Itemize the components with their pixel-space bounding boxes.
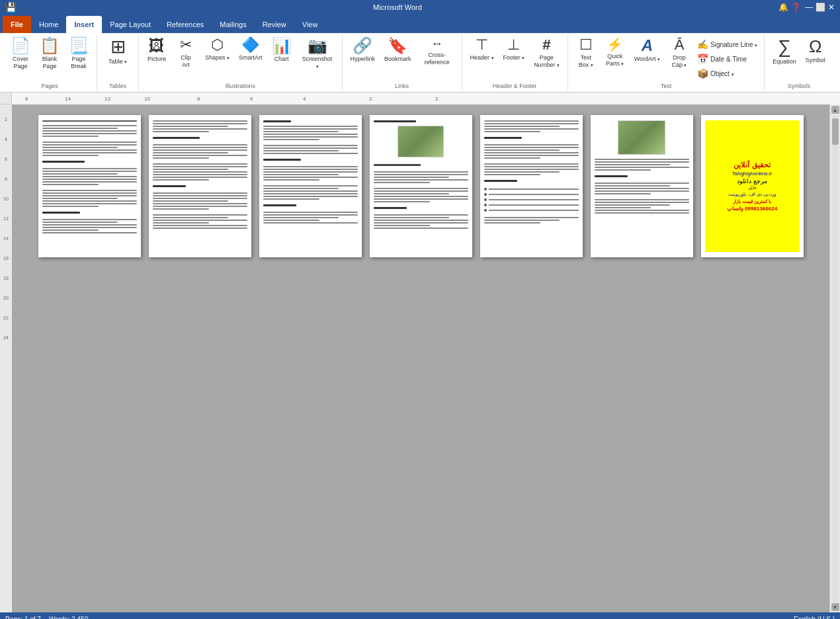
- page-number-button[interactable]: # PageNumber ▾: [530, 36, 564, 79]
- chart-button[interactable]: 📊 Chart: [268, 36, 296, 79]
- page-break-icon: 📃: [69, 38, 89, 54]
- status-page: Page: 1 of 7: [5, 616, 41, 620]
- date-time-button[interactable]: 📅 Date & Time: [694, 52, 760, 65]
- status-bar: Page: 1 of 7 Words: 2,450 English (U.S.): [0, 612, 840, 619]
- tab-mailings[interactable]: Mailings: [212, 16, 254, 33]
- ad-phone: 09981366624 واتساپ: [727, 206, 777, 212]
- tab-home[interactable]: Home: [31, 16, 66, 33]
- scroll-up-button[interactable]: ▲: [831, 106, 839, 114]
- quick-parts-button[interactable]: ⚡ QuickParts ▾: [601, 36, 629, 79]
- page-thumb-4[interactable]: [370, 115, 472, 257]
- signature-line-icon: ✍: [697, 39, 708, 50]
- status-words: Words: 2,450: [49, 616, 88, 620]
- symbol-button[interactable]: Ω Symbol: [802, 36, 829, 79]
- screenshot-icon: 📷: [308, 38, 327, 54]
- svg-text:10: 10: [144, 96, 150, 102]
- status-language: English (U.S.): [794, 616, 835, 620]
- cross-reference-button[interactable]: ↔ Cross-reference: [417, 36, 458, 79]
- svg-text:8: 8: [25, 96, 28, 102]
- signature-line-button[interactable]: ✍ Signature Line ▾: [694, 38, 760, 51]
- text-small-buttons: ✍ Signature Line ▾ 📅 Date & Time 📦 Objec…: [694, 36, 760, 80]
- bookmark-button[interactable]: 🔖 Bookmark: [380, 36, 415, 79]
- picture-button[interactable]: 🖼 Picture: [143, 36, 171, 79]
- svg-text:12: 12: [105, 96, 110, 102]
- hyperlink-icon: 🔗: [353, 38, 372, 54]
- page2-content: [153, 120, 247, 229]
- wordart-button[interactable]: A WordArt ▾: [630, 36, 664, 79]
- equation-icon: ∑: [778, 38, 791, 56]
- top-ruler: 8 14 12 10 8 6 4 2 2: [12, 93, 840, 104]
- screenshot-button[interactable]: 📷 Screenshot ▾: [297, 36, 338, 79]
- ad-price: با کمترین قیمت بازار: [733, 199, 771, 204]
- document-canvas[interactable]: تحقیق آنلاین Tahghighonline.ir مرجع دانل…: [12, 104, 829, 612]
- links-items: 🔗 Hyperlink 🔖 Bookmark ↔ Cross-reference: [347, 36, 458, 81]
- chart-icon: 📊: [272, 38, 292, 54]
- svg-text:4: 4: [5, 137, 7, 142]
- equation-button[interactable]: ∑ Equation: [769, 36, 800, 79]
- hyperlink-button[interactable]: 🔗 Hyperlink: [347, 36, 380, 79]
- wordart-icon: A: [642, 38, 653, 54]
- page6-content: [595, 120, 689, 214]
- tab-view[interactable]: View: [294, 16, 326, 33]
- page4-content: [374, 120, 468, 229]
- ad-ref-title: مرجع دانلود: [737, 178, 767, 185]
- ribbon-tabs: File Home Insert Page Layout References …: [0, 15, 840, 33]
- svg-rect-0: [12, 93, 840, 104]
- header-icon: ⊤: [476, 38, 488, 52]
- vertical-ruler: 2 4 6 8 10 12 14 16 18 20 22 24: [0, 104, 12, 612]
- tab-page-layout[interactable]: Page Layout: [102, 16, 159, 33]
- text-box-icon: ☐: [579, 38, 593, 52]
- page-thumb-7[interactable]: تحقیق آنلاین Tahghighonline.ir مرجع دانل…: [701, 115, 804, 257]
- drop-cap-button[interactable]: Ā DropCap ▾: [665, 36, 693, 79]
- tab-insert[interactable]: Insert: [66, 16, 102, 33]
- page-thumb-2[interactable]: [149, 115, 251, 257]
- scroll-down-button[interactable]: ▼: [831, 603, 839, 611]
- page1-content: [42, 120, 137, 233]
- pages-items: 📄 CoverPage 📋 BlankPage 📃 PageBreak: [7, 36, 93, 81]
- page3-content: [263, 120, 358, 224]
- page-thumb-5[interactable]: [480, 115, 583, 257]
- page-break-button[interactable]: 📃 PageBreak: [65, 36, 93, 79]
- page-thumb-3[interactable]: [259, 115, 362, 257]
- footer-button[interactable]: ⊥ Footer ▾: [499, 36, 529, 79]
- blank-page-button[interactable]: 📋 BlankPage: [36, 36, 63, 79]
- svg-text:10: 10: [3, 196, 9, 201]
- svg-text:2: 2: [435, 96, 439, 102]
- blank-page-icon: 📋: [40, 38, 60, 54]
- shapes-button[interactable]: ⬡ Shapes ▾: [201, 36, 233, 79]
- title-bar-title: Microsoft Word: [19, 3, 776, 11]
- table-button[interactable]: ⊞ Table ▾: [101, 36, 134, 79]
- page-thumb-1[interactable]: [38, 115, 141, 257]
- object-button[interactable]: 📦 Object ▾: [694, 67, 760, 80]
- svg-text:18: 18: [3, 276, 9, 280]
- tab-file[interactable]: File: [3, 16, 31, 33]
- title-bar: 💾 Microsoft Word 🔔 ❓ — ⬜ ✕: [0, 0, 840, 15]
- svg-text:2: 2: [5, 117, 7, 122]
- header-button[interactable]: ⊤ Header ▾: [466, 36, 498, 79]
- ruler-corner: [0, 93, 12, 104]
- text-box-button[interactable]: ☐ TextBox ▾: [572, 36, 600, 79]
- shapes-icon: ⬡: [211, 38, 224, 52]
- smartart-button[interactable]: 🔷 SmartArt: [235, 36, 267, 79]
- header-footer-label: Header & Footer: [493, 81, 537, 89]
- symbols-items: ∑ Equation Ω Symbol: [769, 36, 829, 81]
- group-text: ☐ TextBox ▾ ⚡ QuickParts ▾ A WordArt ▾ Ā…: [568, 34, 765, 91]
- symbol-icon: Ω: [809, 38, 821, 55]
- group-illustrations: 🖼 Picture ✂ ClipArt ⬡ Shapes ▾ 🔷 SmartAr…: [139, 34, 343, 91]
- illustrations-items: 🖼 Picture ✂ ClipArt ⬡ Shapes ▾ 🔷 SmartAr…: [143, 36, 338, 81]
- svg-text:12: 12: [3, 216, 9, 221]
- ribbon: 📄 CoverPage 📋 BlankPage 📃 PageBreak Page…: [0, 33, 840, 93]
- cover-page-button[interactable]: 📄 CoverPage: [7, 36, 34, 79]
- group-links: 🔗 Hyperlink 🔖 Bookmark ↔ Cross-reference…: [343, 34, 462, 91]
- scroll-track[interactable]: [832, 115, 839, 602]
- text-label: Text: [661, 81, 672, 89]
- tab-review[interactable]: Review: [255, 16, 294, 33]
- tables-items: ⊞ Table ▾: [101, 36, 134, 81]
- clip-art-button[interactable]: ✂ ClipArt: [172, 36, 200, 79]
- tab-references[interactable]: References: [159, 16, 212, 33]
- quick-parts-icon: ⚡: [607, 38, 623, 51]
- page-thumb-6[interactable]: [591, 115, 693, 257]
- scroll-thumb[interactable]: [832, 118, 839, 145]
- right-scrollbar[interactable]: ▲ ▼: [829, 104, 840, 612]
- group-pages: 📄 CoverPage 📋 BlankPage 📃 PageBreak Page…: [3, 34, 97, 91]
